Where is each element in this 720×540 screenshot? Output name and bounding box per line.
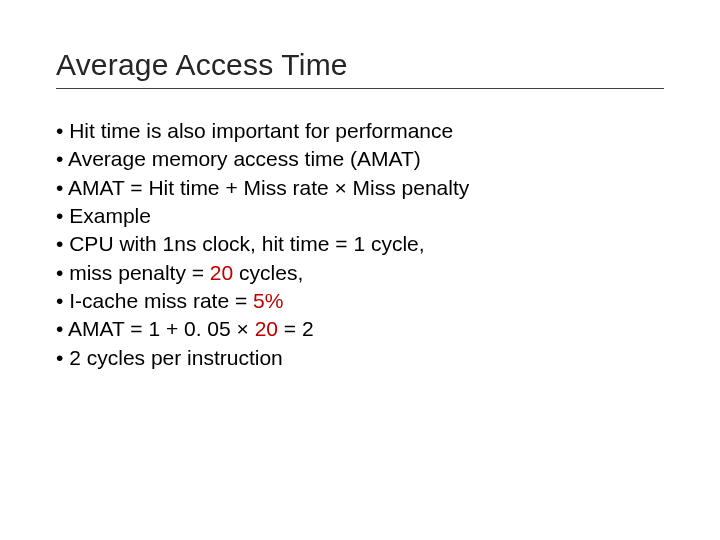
text: Example [69,204,151,227]
bullet-line: • CPU with 1ns clock, hit time = 1 cycle… [56,230,664,258]
text: 2 cycles per instruction [69,346,283,369]
slide-title: Average Access Time [56,48,664,82]
bullet-icon: • [56,176,63,199]
bullet-icon: • [56,261,63,284]
bullet-line: • Average memory access time (AMAT) [56,145,664,173]
text: = 2 [278,317,314,340]
text: I-cache miss rate = [69,289,253,312]
bullet-line: • AMAT = Hit time + Miss rate × Miss pen… [56,174,664,202]
title-underline [56,88,664,89]
text: Hit time is also important for performan… [69,119,453,142]
bullet-icon: • [56,204,63,227]
bullet-line: • 2 cycles per instruction [56,344,664,372]
bullet-line: • Example [56,202,664,230]
bullet-icon: • [56,317,63,340]
text: AMAT = 1 + 0. 05 × [68,317,255,340]
text: CPU with 1ns clock, hit time = 1 cycle, [69,232,424,255]
slide: Average Access Time • Hit time is also i… [0,0,720,540]
bullet-line: • miss penalty = 20 cycles, [56,259,664,287]
text: miss penalty = [69,261,210,284]
bullet-line: • Hit time is also important for perform… [56,117,664,145]
bullet-icon: • [56,289,63,312]
text: AMAT = Hit time + Miss rate × Miss penal… [68,176,469,199]
bullet-icon: • [56,147,63,170]
text: Average memory access time (AMAT) [68,147,421,170]
bullet-icon: • [56,346,63,369]
number-highlight: 20 [210,261,233,284]
number-highlight: 5% [253,289,283,312]
bullet-line: • AMAT = 1 + 0. 05 × 20 = 2 [56,315,664,343]
slide-body: • Hit time is also important for perform… [56,117,664,372]
bullet-icon: • [56,232,63,255]
bullet-icon: • [56,119,63,142]
text: cycles, [233,261,303,284]
number-highlight: 20 [255,317,278,340]
bullet-line: • I-cache miss rate = 5% [56,287,664,315]
